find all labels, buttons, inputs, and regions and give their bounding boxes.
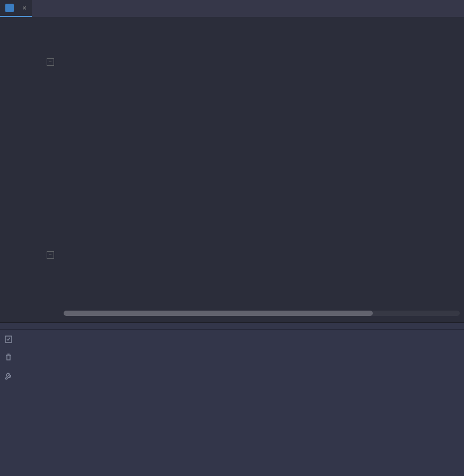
event-log-toolbar [0, 330, 17, 467]
close-icon[interactable]: × [22, 4, 27, 12]
scrollbar-thumb[interactable] [64, 311, 373, 316]
event-log-panel [0, 322, 464, 476]
checklist-icon[interactable] [4, 335, 13, 343]
tab-bar: × [0, 0, 464, 17]
code-area[interactable] [50, 17, 464, 318]
file-tab[interactable]: × [0, 0, 32, 17]
fold-marker[interactable]: − [47, 58, 54, 66]
trash-icon[interactable] [4, 353, 13, 362]
event-log-title [0, 323, 464, 330]
wrench-icon[interactable] [4, 371, 13, 380]
line-number-gutter [0, 17, 50, 318]
event-log-content[interactable] [17, 330, 464, 467]
typescript-file-icon [5, 4, 14, 12]
code-editor[interactable] [0, 17, 464, 318]
horizontal-scrollbar[interactable] [64, 311, 460, 316]
fold-marker[interactable]: − [47, 251, 54, 259]
